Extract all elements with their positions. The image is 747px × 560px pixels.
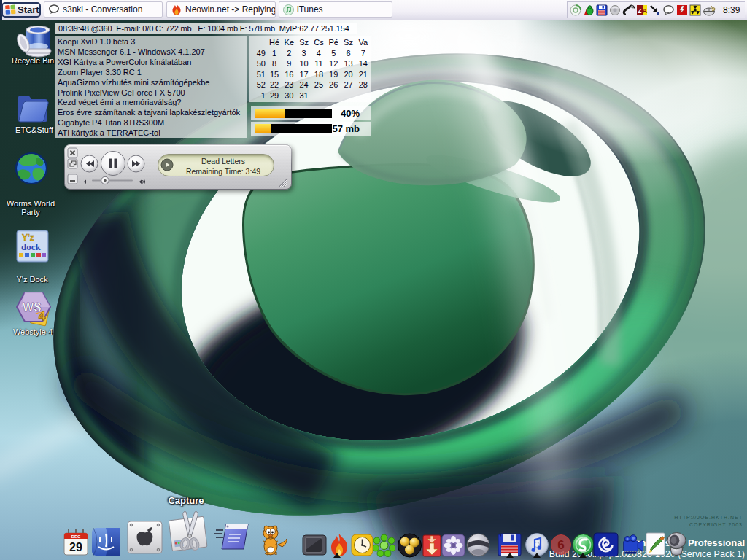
svg-text:dock: dock	[21, 241, 42, 252]
svg-text:6: 6	[557, 538, 564, 552]
svg-text:A: A	[643, 7, 648, 14]
svg-text:Z: Z	[638, 7, 642, 14]
svg-text:DEC: DEC	[71, 534, 81, 539]
svg-text:29: 29	[69, 541, 82, 553]
svg-text:4: 4	[39, 309, 46, 323]
